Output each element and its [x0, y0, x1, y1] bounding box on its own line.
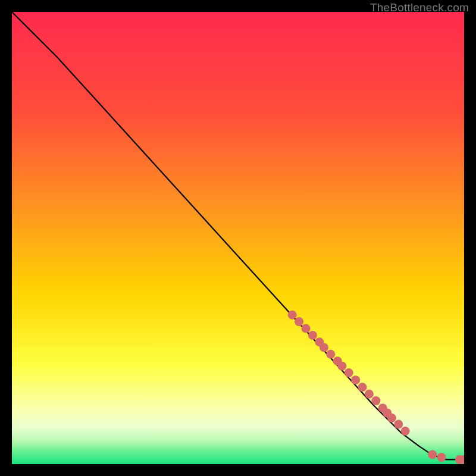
data-marker [351, 375, 360, 384]
plot-area [12, 12, 464, 464]
data-marker [394, 420, 403, 429]
data-marker [401, 427, 410, 436]
data-marker [302, 324, 311, 333]
data-marker [371, 396, 380, 405]
data-marker [308, 331, 317, 340]
data-marker [295, 317, 303, 326]
data-marker [387, 414, 396, 422]
data-marker [437, 453, 446, 462]
gradient-background [12, 12, 464, 464]
data-marker [358, 383, 367, 392]
data-marker [320, 343, 328, 352]
data-marker [428, 450, 437, 459]
data-marker [365, 390, 374, 399]
data-marker [288, 311, 297, 320]
chart-stage: TheBottleneck.com [0, 0, 476, 476]
data-marker [337, 362, 346, 371]
data-marker [345, 368, 353, 377]
data-marker [326, 350, 335, 359]
chart-svg [12, 12, 464, 464]
